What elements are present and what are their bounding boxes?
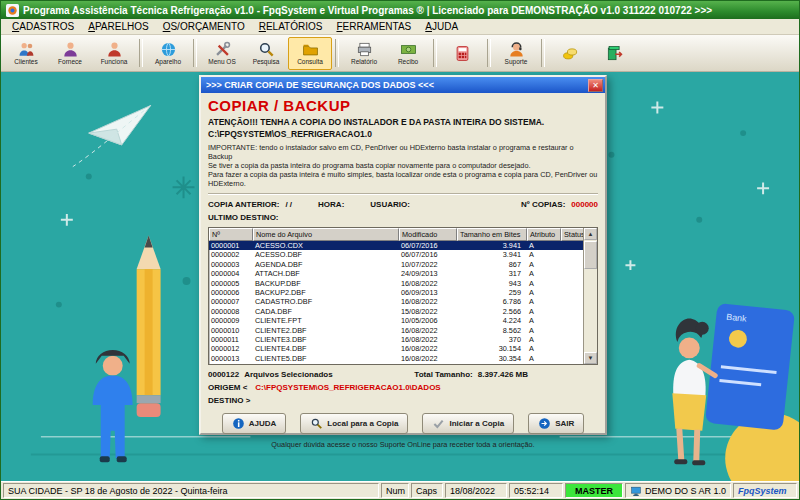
- app-logo-icon: [6, 4, 19, 17]
- dialog-titlebar[interactable]: >>> CRIAR COPIA DE SEGURANÇA DOS DADOS <…: [201, 77, 605, 93]
- table-cell: 317: [457, 269, 527, 278]
- table-cell: 2.566: [457, 307, 527, 316]
- table-cell: A: [527, 288, 561, 297]
- last-destination-field: ULTIMO DESTINO:: [208, 213, 598, 222]
- printer-icon: [356, 41, 373, 58]
- close-icon[interactable]: ✕: [588, 79, 603, 92]
- table-cell: 4.224: [457, 316, 527, 325]
- toolbar-button-label: Menu OS: [208, 58, 235, 65]
- toolbar-button-suporte[interactable]: Suporte: [494, 37, 538, 70]
- table-row[interactable]: 0000002ACESSO.DBF06/07/20163.941A: [209, 250, 584, 259]
- scroll-up-icon[interactable]: ▲: [584, 228, 597, 240]
- table-cell: A: [527, 279, 561, 288]
- calculator-icon: [454, 45, 471, 62]
- table-cell: 0000013: [209, 354, 253, 363]
- origem-label: ORIGEM <: [208, 383, 247, 392]
- important-note: IMPORTANTE: tendo o instalador salvo em …: [208, 143, 598, 188]
- table-cell: A: [527, 241, 561, 250]
- table-cell: A: [527, 260, 561, 269]
- menu-item-0[interactable]: CADASTROS: [5, 21, 81, 32]
- table-cell: A: [527, 344, 561, 353]
- table-cell: 0000005: [209, 279, 253, 288]
- toolbar-button-fornece[interactable]: Fornece: [48, 37, 92, 70]
- table-cell: CADASTRO.DBF: [253, 297, 399, 306]
- column-header-2[interactable]: Modificado: [399, 228, 457, 241]
- sair-button[interactable]: SAIR: [528, 413, 584, 434]
- ultimo-destino-label: ULTIMO DESTINO:: [208, 213, 279, 222]
- toolbar-button-relat-rio[interactable]: Relatório: [342, 37, 386, 70]
- iniciar-a-copia-button[interactable]: Iniciar a Copia: [422, 413, 514, 434]
- scroll-down-icon[interactable]: ▼: [584, 352, 597, 364]
- toolbar-button-clientes[interactable]: Clientes: [4, 37, 48, 70]
- divider: [208, 193, 598, 195]
- toolbar-button-recibo[interactable]: Recibo: [386, 37, 430, 70]
- table-cell: 16/08/2022: [399, 335, 457, 344]
- table-row[interactable]: 0000007CADASTRO.DBF16/08/20226.786A: [209, 297, 584, 306]
- usuario-label: USUARIO:: [370, 200, 410, 209]
- toolbar-button-pesquisa[interactable]: Pesquisa: [244, 37, 288, 70]
- selected-count-label: Arquivos Selecionados: [244, 370, 332, 379]
- menu-item-3[interactable]: RELATÓRIOS: [252, 21, 330, 32]
- toolbar-button-aparelho[interactable]: Aparelho: [146, 37, 190, 70]
- table-cell: [561, 335, 584, 344]
- menu-item-2[interactable]: OS/ORÇAMENTO: [156, 21, 252, 32]
- system-path: C:\FPQSYSTEM\OS_REFRIGERACAO1.0: [208, 129, 598, 139]
- scrollbar-thumb[interactable]: [584, 241, 597, 269]
- table-row[interactable]: 0000003AGENDA.DBF10/07/2022867A: [209, 260, 584, 269]
- toolbar-button-consulta[interactable]: Consulta: [288, 37, 332, 70]
- destino-row: DESTINO >: [208, 396, 598, 405]
- table-row[interactable]: 0000001ACESSO.CDX06/07/20163.941A: [209, 241, 584, 250]
- table-row[interactable]: 0000008CADA.DBF15/08/20222.566A: [209, 307, 584, 316]
- status-segment-time: 05:52:14: [509, 483, 563, 498]
- table-scrollbar[interactable]: ▲ ▼: [583, 228, 597, 364]
- table-row[interactable]: 0000004ATTACH.DBF24/09/2013317A: [209, 269, 584, 278]
- toolbar: ClientesForneceFuncionaAparelhoMenu OSPe…: [1, 35, 799, 72]
- table-row[interactable]: 0000006BACKUP2.DBF06/09/2013259A: [209, 288, 584, 297]
- backup-dialog: >>> CRIAR COPIA DE SEGURANÇA DOS DADOS <…: [199, 75, 607, 435]
- column-header-5[interactable]: Status: [561, 228, 584, 241]
- table-cell: [561, 250, 584, 259]
- column-header-1[interactable]: Nome do Arquivo: [253, 228, 399, 241]
- table-cell: [561, 326, 584, 335]
- table-cell: CADA.DBF: [253, 307, 399, 316]
- table-row[interactable]: 0000009CLIENTE.FPT10/05/20064.224A: [209, 316, 584, 325]
- table-cell: 30.354: [457, 354, 527, 363]
- toolbar-button-label: Aparelho: [155, 58, 181, 65]
- column-header-0[interactable]: Nº: [209, 228, 253, 241]
- menu-item-1[interactable]: APARELHOS: [81, 21, 155, 32]
- menu-item-4[interactable]: FERRAMENTAS: [329, 21, 418, 32]
- support-icon: [508, 41, 525, 58]
- folder-icon: [302, 41, 319, 58]
- table-cell: 943: [457, 279, 527, 288]
- table-cell: CLIENTE5.DBF: [253, 354, 399, 363]
- table-cell: 06/09/2013: [399, 288, 457, 297]
- table-cell: A: [527, 250, 561, 259]
- table-row[interactable]: 0000012CLIENTE4.DBF16/08/202230.154A: [209, 344, 584, 353]
- column-header-4[interactable]: Atributo: [527, 228, 561, 241]
- table-row[interactable]: 0000013CLIENTE5.DBF16/08/202230.354A: [209, 354, 584, 363]
- menu-item-5[interactable]: AJUDA: [418, 21, 465, 32]
- table-row[interactable]: 0000005BACKUP.DBF16/08/2022943A: [209, 279, 584, 288]
- app-titlebar[interactable]: Programa Assistência Técnica Refrigeraçã…: [1, 1, 799, 19]
- column-header-3[interactable]: Tamanho em Bites: [457, 228, 527, 241]
- table-cell: ACESSO.CDX: [253, 241, 399, 250]
- table-row[interactable]: 0000010CLIENTE2.DBF16/08/20228.562A: [209, 326, 584, 335]
- table-row[interactable]: 0000011CLIENTE3.DBF16/08/2022370A: [209, 335, 584, 344]
- toolbar-button-coins[interactable]: [548, 37, 592, 70]
- origem-row: ORIGEM < C:\FPQSYSTEM\OS_REFRIGERACAO1.0…: [208, 383, 598, 392]
- toolbar-button-exit-door[interactable]: [592, 37, 636, 70]
- toolbar-button-menu-os[interactable]: Menu OS: [200, 37, 244, 70]
- clients-icon: [18, 41, 35, 58]
- table-cell: ACESSO.DBF: [253, 250, 399, 259]
- local-para-a-copia-button[interactable]: Local para a Copia: [300, 413, 408, 434]
- toolbar-button-funciona[interactable]: Funciona: [92, 37, 136, 70]
- table-cell: 16/08/2022: [399, 297, 457, 306]
- ajuda-button[interactable]: AJUDA: [222, 413, 287, 434]
- dialog-body: COPIAR / BACKUP ATENÇÃO!!! TENHA A COPIA…: [201, 93, 605, 453]
- table-cell: 0000010: [209, 326, 253, 335]
- statusbar: SUA CIDADE - SP 18 de Agosto de 2022 - Q…: [1, 481, 799, 499]
- table-cell: [561, 307, 584, 316]
- toolbar-button-calculator[interactable]: [440, 37, 484, 70]
- table-cell: 0000004: [209, 269, 253, 278]
- previous-copy-fields: COPIA ANTERIOR: / / HORA: USUARIO: Nº CO…: [208, 200, 598, 209]
